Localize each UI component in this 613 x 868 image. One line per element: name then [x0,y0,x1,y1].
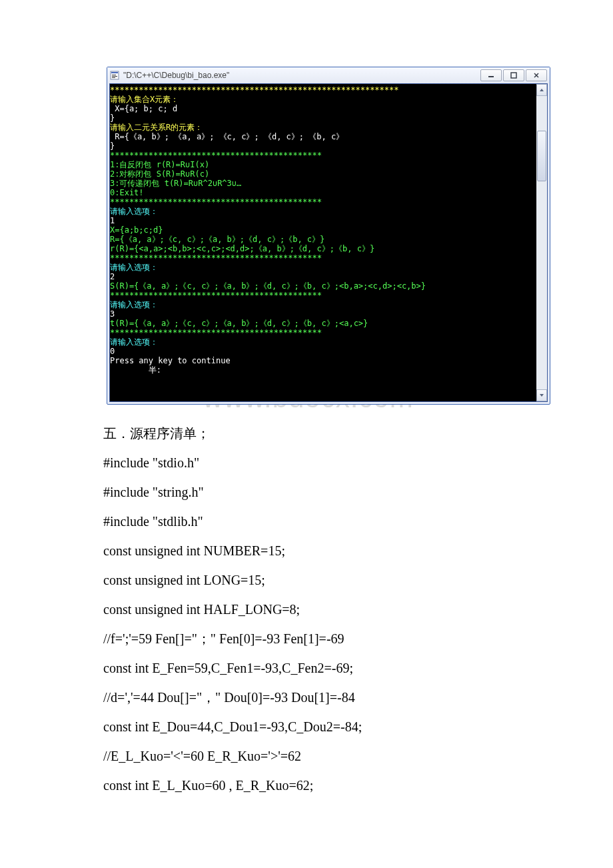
console-line: t(R)={《a, a》;《c, c》;《a, b》;《d, c》;《b, c》… [110,319,368,328]
window-titlebar: "D:\C++\C\Debug\bi_bao.exe" [107,67,550,83]
console-line: r(R)={<a,a>;<b,b>;<c,c>;<d,d>;《a, b》;《d,… [110,244,374,253]
svg-rect-4 [112,77,115,78]
console-line: } [110,141,115,151]
console-line: S(R)={《a, a》;《c, c》;《a, b》;《d, c》;《b, c》… [110,281,426,291]
console-line: X={a;b;c;d} [110,225,163,235]
svg-rect-1 [111,72,118,73]
code-line: const unsigned int NUMBER=15; [103,542,513,559]
console-line: R={《a, b》; 《a, a》; 《c, c》; 《d, c》; 《b, c… [110,132,344,141]
console-line: Press any key to continue [110,356,231,365]
section-heading: 五．源程序清单； [103,425,513,442]
code-line: #include "stdlib.h" [103,513,513,530]
maximize-button[interactable] [503,69,524,81]
window-title: "D:\C++\C\Debug\bi_bao.exe" [123,71,229,80]
console-line: ****************************************… [110,253,322,263]
code-line: //d=','=44 Dou[]="，" Dou[0]=-93 Dou[1]=-… [103,689,513,706]
minimize-button[interactable] [480,69,502,81]
console-line: 3:可传递闭包 t(R)=R∪R^2∪R^3∪… [110,179,241,188]
console-line: 请输入选项： [110,300,158,309]
code-line: //E_L_Kuo='<'=60 E_R_Kuo='>'=62 [103,747,513,765]
console-line: 请输入集合X元素： [110,95,179,104]
console-line: 1 [110,216,115,225]
console-line: 请输入选项： [110,337,158,347]
console-line: 1:自反闭包 r(R)=R∪I(x) [110,160,209,169]
document-body: 五．源程序清单； #include "stdio.h" #include "st… [103,425,513,794]
svg-rect-5 [488,76,494,77]
console-line: 0:Exit! [110,188,144,197]
console-line: ****************************************… [110,328,322,337]
console-output: ****************************************… [110,84,536,401]
code-line: //f=';'=59 Fen[]="；" Fen[0]=-93 Fen[1]=-… [103,630,513,647]
console-line: } [110,113,115,123]
console-line: ****************************************… [110,85,398,95]
console-line: 0 [110,347,115,356]
console-line: 2:对称闭包 S(R)=R∪R(c) [110,169,209,179]
console-line: 请输入二元关系R的元素： [110,123,203,132]
code-line: #include "stdio.h" [103,454,513,471]
svg-rect-3 [112,76,117,77]
console-line: 请输入选项： [110,263,158,272]
scroll-up-button[interactable] [536,84,547,96]
console-line: ****************************************… [110,291,322,300]
svg-rect-2 [112,75,116,75]
console-line: 半: [110,365,161,375]
scroll-track[interactable] [536,96,547,389]
code-line: const int E_Fen=59,C_Fen1=-93,C_Fen2=-69… [103,659,513,677]
console-line: 2 [110,272,115,281]
console-window: "D:\C++\C\Debug\bi_bao.exe" ************… [107,67,550,405]
code-line: #include "string.h" [103,483,513,501]
app-icon [110,71,119,80]
close-button[interactable] [526,69,547,81]
svg-rect-6 [511,73,516,78]
console-line: ****************************************… [110,197,322,207]
code-line: const unsigned int HALF_LONG=8; [103,601,513,618]
code-line: const int E_Dou=44,C_Dou1=-93,C_Dou2=-84… [103,718,513,735]
console-line: X={a; b; c; d [110,104,177,113]
console-line: R={《a, a》;《c, c》;《a, b》;《d, c》;《b, c》} [110,235,324,244]
console-line: 请输入选项： [110,207,158,216]
window-control-group [479,69,547,81]
scroll-thumb[interactable] [537,131,546,181]
code-line: const int E_L_Kuo=60 , E_R_Kuo=62; [103,777,513,794]
code-line: const unsigned int LONG=15; [103,571,513,589]
console-line: 3 [110,309,115,319]
vertical-scrollbar[interactable] [536,84,547,401]
scroll-down-button[interactable] [536,389,547,401]
console-line: ****************************************… [110,151,322,160]
